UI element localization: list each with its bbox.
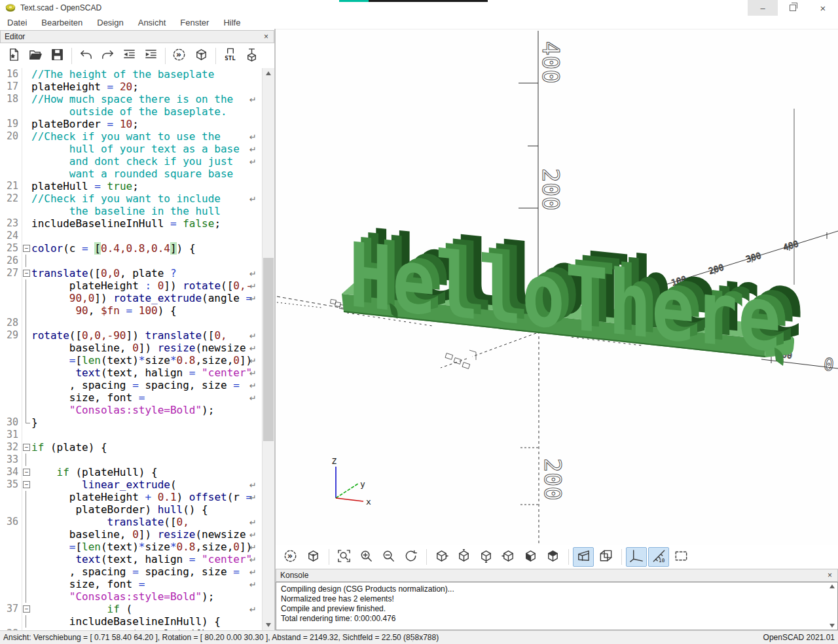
code-row[interactable]: 21plateHull = true; [0, 180, 263, 192]
code-row[interactable]: 29rotate([0,0,-90]) translate([0,↵ [0, 329, 263, 342]
scroll-up-arrow-icon[interactable] [263, 68, 274, 79]
code-row[interactable]: =[len(text)*size*0.8,size,0])↵ [0, 541, 263, 553]
zoom-out-button[interactable] [378, 547, 399, 567]
fold-marker-icon[interactable]: − [23, 481, 30, 488]
editor-close-icon[interactable]: × [263, 32, 270, 41]
code-row[interactable]: =[len(text)*size*0.8,size,0])↵ [0, 354, 263, 367]
show-scale-button[interactable]: 10 [648, 547, 669, 567]
menu-bearbeiten[interactable]: Bearbeiten [34, 17, 90, 28]
code-row[interactable]: 37− if (↵ [0, 603, 263, 615]
scroll-down-arrow-icon[interactable] [263, 620, 274, 630]
code-row[interactable]: 24 [0, 230, 263, 242]
code-row[interactable]: plateBorder) hull() { [0, 503, 263, 516]
code-row[interactable]: 20//Check if you want to use the↵ [0, 130, 263, 143]
3d-viewport[interactable]: 4002002001002003004001000 HelloThere Hel… [276, 29, 838, 545]
open-file-button[interactable] [25, 45, 46, 66]
menu-fenster[interactable]: Fenster [173, 17, 216, 28]
view-right-button[interactable] [431, 547, 452, 567]
code-row[interactable]: 90, $fn = 100) { [0, 304, 263, 317]
code-row[interactable]: 25−color(c = [0.4,0.8,0.4]) { [0, 242, 263, 255]
view-front-button[interactable] [520, 547, 541, 567]
console-scroll-down-icon[interactable] [829, 624, 835, 628]
code-row[interactable]: 90,0]) rotate_extrude(angle =↵ [0, 292, 263, 304]
view-bottom-button[interactable] [475, 547, 496, 567]
code-row[interactable]: the baseline in the hull [0, 205, 263, 217]
orthogonal-button[interactable] [595, 547, 616, 567]
code-row[interactable]: hull of your text as a base↵ [0, 143, 263, 155]
code-editor[interactable]: 16//The height of the baseplate17plateHe… [0, 68, 263, 630]
preview-button[interactable]: » [280, 547, 301, 567]
menu-datei[interactable]: Datei [0, 17, 34, 28]
redo-button[interactable] [97, 45, 118, 66]
code-row[interactable]: size, font = ↵ [0, 578, 263, 590]
restore-button[interactable] [778, 0, 808, 16]
show-axes-button[interactable] [626, 547, 647, 567]
console-scroll-up-icon[interactable] [829, 584, 835, 588]
code-row[interactable]: 19plateBorder = 10; [0, 118, 263, 130]
new-file-button[interactable] [3, 45, 25, 66]
fold-marker-icon[interactable]: − [23, 270, 30, 277]
render-button[interactable] [191, 45, 212, 66]
code-row[interactable]: 33 [0, 454, 263, 466]
code-row[interactable]: and dont check if you just↵ [0, 155, 263, 168]
code-row[interactable]: baseline, 0]) resize(newsize↵ [0, 342, 263, 354]
code-row[interactable]: includeBaselineInHull) { [0, 615, 263, 628]
code-row[interactable]: size, font = ↵ [0, 391, 263, 404]
close-button[interactable]: × [808, 0, 838, 16]
minimize-button[interactable]: – [748, 0, 778, 16]
view-left-button[interactable] [498, 547, 519, 567]
code-row[interactable]: 30} [0, 416, 263, 429]
zoom-all-button[interactable] [333, 547, 354, 567]
code-row[interactable]: , spacing = spacing, size = ↵ [0, 565, 263, 578]
code-row[interactable]: 36 translate([0,↵ [0, 516, 263, 528]
reset-view-button[interactable] [400, 547, 421, 567]
code-row[interactable]: 32−if (plate) { [0, 441, 263, 454]
view-back-button[interactable] [542, 547, 563, 567]
menu-hilfe[interactable]: Hilfe [216, 17, 247, 28]
preview-button[interactable]: » [169, 45, 191, 66]
code-row[interactable]: outside of the baseplate. [0, 105, 263, 118]
undo-button[interactable] [75, 45, 97, 66]
code-row[interactable]: 18//How much space there is on the↵ [0, 93, 263, 105]
code-row[interactable]: 23includeBaselineInHull = false; [0, 217, 263, 230]
save-file-button[interactable] [46, 45, 68, 66]
code-row[interactable]: 22//Check if you want to include↵ [0, 192, 263, 205]
code-row[interactable]: plateHeight : 0]) rotate([0,-↵ [0, 279, 263, 292]
code-row[interactable]: 34− if (plateHull) { [0, 466, 263, 478]
code-row[interactable]: plateHeight + 0.1) offset(r =↵ [0, 491, 263, 503]
code-row[interactable]: 16//The height of the baseplate [0, 68, 263, 80]
console-output[interactable]: Compiling design (CSG Products normaliza… [276, 582, 838, 630]
code-row[interactable]: text(text, halign = "center"↵ [0, 553, 263, 565]
menu-design[interactable]: Design [90, 17, 130, 28]
code-row[interactable]: "Consolas:style=Bold"); [0, 404, 263, 416]
indent-button[interactable] [140, 45, 162, 66]
editor-scrollbar[interactable] [262, 68, 274, 630]
code-row[interactable]: "Consolas:style=Bold"); [0, 590, 263, 603]
code-row[interactable]: 26 [0, 255, 263, 267]
fold-marker-icon[interactable]: − [23, 444, 30, 451]
view-top-button[interactable] [453, 547, 474, 567]
editor-scrollbar-thumb[interactable] [263, 258, 274, 441]
console-panel-header[interactable]: Konsole × [276, 569, 838, 582]
code-row[interactable]: 17plateHeight = 20; [0, 80, 263, 93]
zoom-in-button[interactable] [355, 547, 376, 567]
unindent-button[interactable] [118, 45, 140, 66]
editor-panel-header[interactable]: Editor × [0, 30, 274, 43]
code-row[interactable]: text(text, halign = "center"↵ [0, 367, 263, 379]
print-3d-button[interactable] [241, 45, 263, 66]
export-stl-button[interactable]: STL [219, 45, 241, 66]
fold-marker-icon[interactable]: − [23, 605, 30, 613]
perspective-button[interactable] [573, 547, 594, 567]
menu-ansicht[interactable]: Ansicht [131, 17, 173, 28]
code-row[interactable]: want a rounded square base [0, 168, 263, 180]
fold-marker-icon[interactable]: − [23, 469, 30, 476]
code-row[interactable]: 35− linear_extrude(↵ [0, 478, 263, 491]
code-row[interactable]: , spacing = spacing, size = ↵ [0, 379, 263, 391]
render-button[interactable] [302, 547, 323, 567]
view-all-button[interactable] [670, 547, 691, 567]
fold-marker-icon[interactable]: − [23, 245, 30, 252]
code-row[interactable]: 31 [0, 429, 263, 441]
console-close-icon[interactable]: × [826, 571, 833, 580]
code-row[interactable]: baseline, 0]) resize(newsize↵ [0, 528, 263, 541]
code-row[interactable]: 27−translate([0,0, plate ?↵ [0, 267, 263, 279]
